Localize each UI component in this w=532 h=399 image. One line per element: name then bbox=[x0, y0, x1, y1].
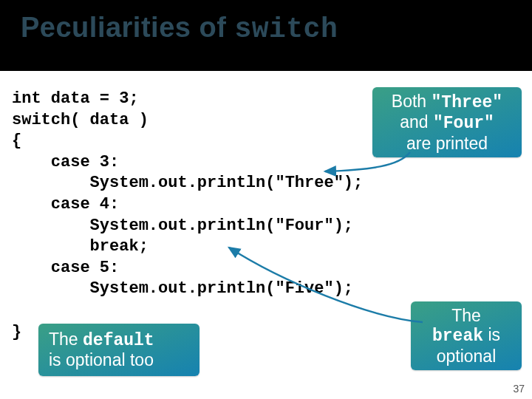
code-line: break; bbox=[12, 237, 149, 256]
slide: Peculiarities of switch int data = 3; sw… bbox=[0, 0, 532, 399]
code-line: System.out.println("Three"); bbox=[12, 174, 363, 192]
callout-mono: default bbox=[83, 331, 154, 350]
callout-text: is optional too bbox=[49, 350, 154, 369]
callout-mono: "Four" bbox=[433, 114, 494, 133]
title-bar: Peculiarities of switch bbox=[0, 0, 532, 71]
code-line: System.out.println("Five"); bbox=[12, 279, 353, 298]
slide-title: Peculiarities of switch bbox=[21, 12, 338, 45]
code-line: case 4: bbox=[12, 195, 119, 214]
page-number: 37 bbox=[513, 383, 525, 395]
code-line: { bbox=[12, 132, 21, 150]
callout-text: and bbox=[400, 112, 433, 132]
code-closing-brace: } bbox=[12, 323, 21, 341]
code-line: System.out.println("Four"); bbox=[12, 216, 353, 235]
callout-default-optional: The default is optional too bbox=[38, 324, 200, 376]
code-block: int data = 3; switch( data ) { case 3: S… bbox=[12, 89, 363, 300]
callout-mono: break bbox=[432, 327, 483, 346]
callout-text: The bbox=[451, 306, 481, 325]
callout-text: are printed bbox=[406, 134, 488, 153]
callout-break-optional: The break is optional bbox=[411, 301, 522, 370]
callout-text: Both bbox=[392, 92, 432, 111]
code-line: case 3: bbox=[12, 153, 119, 171]
code-line: switch( data ) bbox=[12, 111, 149, 129]
title-mono: switch bbox=[234, 13, 338, 45]
code-line: case 5: bbox=[12, 259, 119, 277]
callout-mono: "Three" bbox=[432, 93, 503, 112]
callout-text: The bbox=[49, 330, 83, 349]
code-line: int data = 3; bbox=[12, 89, 139, 108]
callout-three-four: Both "Three" and "Four" are printed bbox=[372, 87, 522, 157]
title-text: Peculiarities of bbox=[21, 12, 234, 43]
